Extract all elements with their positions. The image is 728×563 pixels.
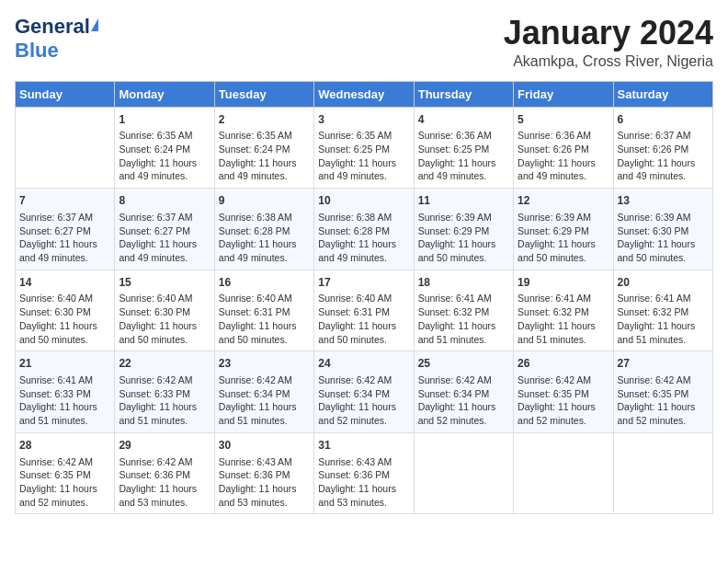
sunset-text: Sunset: 6:32 PM [518, 305, 609, 319]
header-row: Sunday Monday Tuesday Wednesday Thursday… [16, 81, 713, 107]
sunset-text: Sunset: 6:30 PM [119, 305, 210, 319]
sunrise-text: Sunrise: 6:42 AM [119, 455, 210, 469]
logo-text: General [15, 15, 98, 39]
daylight-text: Daylight: 11 hours and 51 minutes. [418, 319, 509, 346]
calendar-cell: 15Sunrise: 6:40 AMSunset: 6:30 PMDayligh… [115, 270, 214, 351]
col-saturday: Saturday [613, 81, 712, 107]
daylight-text: Daylight: 11 hours and 49 minutes. [219, 237, 310, 264]
sunset-text: Sunset: 6:30 PM [19, 305, 110, 319]
calendar-week-row: 21Sunrise: 6:41 AMSunset: 6:33 PMDayligh… [16, 351, 713, 433]
sunset-text: Sunset: 6:35 PM [618, 387, 709, 401]
sunset-text: Sunset: 6:31 PM [318, 305, 409, 319]
day-number: 9 [219, 193, 310, 209]
day-number: 11 [418, 193, 509, 209]
daylight-text: Daylight: 11 hours and 49 minutes. [219, 156, 310, 183]
daylight-text: Daylight: 11 hours and 53 minutes. [119, 482, 210, 509]
day-number: 27 [618, 356, 709, 372]
calendar-cell: 25Sunrise: 6:42 AMSunset: 6:34 PMDayligh… [414, 351, 513, 433]
calendar-cell: 4Sunrise: 6:36 AMSunset: 6:25 PMDaylight… [414, 107, 513, 189]
daylight-text: Daylight: 11 hours and 52 minutes. [19, 482, 110, 509]
sunrise-text: Sunrise: 6:40 AM [318, 292, 409, 305]
day-number: 22 [119, 356, 210, 372]
day-number: 1 [119, 112, 210, 128]
calendar-cell: 1Sunrise: 6:35 AMSunset: 6:24 PMDaylight… [115, 107, 214, 189]
sunrise-text: Sunrise: 6:42 AM [119, 373, 210, 387]
calendar-cell [16, 107, 115, 189]
day-number: 15 [119, 275, 210, 291]
daylight-text: Daylight: 11 hours and 52 minutes. [418, 400, 509, 427]
sunset-text: Sunset: 6:25 PM [418, 143, 509, 156]
sunset-text: Sunset: 6:35 PM [19, 468, 110, 482]
sunset-text: Sunset: 6:24 PM [119, 143, 210, 156]
daylight-text: Daylight: 11 hours and 49 minutes. [518, 156, 609, 183]
calendar-header: Sunday Monday Tuesday Wednesday Thursday… [16, 81, 713, 107]
daylight-text: Daylight: 11 hours and 49 minutes. [119, 237, 210, 264]
sunrise-text: Sunrise: 6:39 AM [418, 211, 509, 224]
col-wednesday: Wednesday [314, 81, 414, 107]
calendar-cell: 11Sunrise: 6:39 AMSunset: 6:29 PMDayligh… [414, 189, 513, 270]
sunrise-text: Sunrise: 6:42 AM [19, 455, 110, 469]
day-number: 2 [219, 112, 310, 128]
sunset-text: Sunset: 6:28 PM [219, 224, 310, 238]
daylight-text: Daylight: 11 hours and 51 minutes. [618, 319, 709, 346]
daylight-text: Daylight: 11 hours and 50 minutes. [119, 319, 210, 346]
daylight-text: Daylight: 11 hours and 49 minutes. [119, 156, 210, 183]
sunset-text: Sunset: 6:36 PM [119, 468, 210, 482]
sunrise-text: Sunrise: 6:41 AM [618, 292, 709, 305]
sunset-text: Sunset: 6:26 PM [618, 143, 709, 156]
calendar-cell: 24Sunrise: 6:42 AMSunset: 6:34 PMDayligh… [314, 351, 414, 433]
calendar-cell: 9Sunrise: 6:38 AMSunset: 6:28 PMDaylight… [214, 189, 313, 270]
sunset-text: Sunset: 6:36 PM [318, 468, 409, 482]
calendar-cell: 12Sunrise: 6:39 AMSunset: 6:29 PMDayligh… [514, 189, 613, 270]
day-number: 26 [518, 356, 609, 372]
daylight-text: Daylight: 11 hours and 52 minutes. [318, 400, 409, 427]
sunset-text: Sunset: 6:29 PM [518, 224, 609, 238]
sunrise-text: Sunrise: 6:39 AM [618, 211, 709, 224]
calendar-cell: 18Sunrise: 6:41 AMSunset: 6:32 PMDayligh… [414, 270, 513, 351]
day-number: 16 [219, 275, 310, 291]
sunset-text: Sunset: 6:34 PM [318, 387, 409, 401]
sunrise-text: Sunrise: 6:42 AM [318, 373, 409, 387]
logo: General Blue [15, 15, 98, 63]
calendar-cell: 5Sunrise: 6:36 AMSunset: 6:26 PMDaylight… [514, 107, 613, 189]
sunset-text: Sunset: 6:36 PM [219, 468, 310, 482]
daylight-text: Daylight: 11 hours and 52 minutes. [518, 400, 609, 427]
day-number: 19 [518, 275, 609, 291]
calendar-week-row: 1Sunrise: 6:35 AMSunset: 6:24 PMDaylight… [16, 107, 713, 189]
calendar-cell: 6Sunrise: 6:37 AMSunset: 6:26 PMDaylight… [613, 107, 712, 189]
sunset-text: Sunset: 6:31 PM [219, 305, 310, 319]
day-number: 4 [418, 112, 509, 128]
daylight-text: Daylight: 11 hours and 50 minutes. [418, 237, 509, 264]
sunset-text: Sunset: 6:32 PM [418, 305, 509, 319]
calendar-cell: 22Sunrise: 6:42 AMSunset: 6:33 PMDayligh… [115, 351, 214, 433]
calendar-cell [414, 432, 513, 514]
day-number: 13 [618, 193, 709, 209]
sunrise-text: Sunrise: 6:40 AM [19, 292, 110, 305]
calendar-cell: 31Sunrise: 6:43 AMSunset: 6:36 PMDayligh… [314, 432, 414, 514]
calendar-cell: 16Sunrise: 6:40 AMSunset: 6:31 PMDayligh… [214, 270, 313, 351]
daylight-text: Daylight: 11 hours and 50 minutes. [219, 319, 310, 346]
sunrise-text: Sunrise: 6:37 AM [119, 211, 210, 224]
sunrise-text: Sunrise: 6:42 AM [418, 373, 509, 387]
col-tuesday: Tuesday [214, 81, 313, 107]
calendar-cell: 26Sunrise: 6:42 AMSunset: 6:35 PMDayligh… [514, 351, 613, 433]
sunrise-text: Sunrise: 6:35 AM [119, 129, 210, 143]
day-number: 29 [119, 438, 210, 454]
sunset-text: Sunset: 6:29 PM [418, 224, 509, 238]
calendar-cell [514, 432, 613, 514]
sunset-text: Sunset: 6:33 PM [19, 387, 110, 401]
day-number: 14 [19, 275, 110, 291]
sunset-text: Sunset: 6:24 PM [219, 143, 310, 156]
sunrise-text: Sunrise: 6:36 AM [418, 129, 509, 143]
col-friday: Friday [514, 81, 613, 107]
calendar-cell: 29Sunrise: 6:42 AMSunset: 6:36 PMDayligh… [115, 432, 214, 514]
sunset-text: Sunset: 6:32 PM [618, 305, 709, 319]
calendar-cell: 17Sunrise: 6:40 AMSunset: 6:31 PMDayligh… [314, 270, 414, 351]
page-header: General Blue January 2024 Akamkpa, Cross… [15, 15, 713, 70]
daylight-text: Daylight: 11 hours and 49 minutes. [418, 156, 509, 183]
calendar-table: Sunday Monday Tuesday Wednesday Thursday… [15, 81, 713, 515]
col-monday: Monday [115, 81, 214, 107]
sunrise-text: Sunrise: 6:38 AM [318, 211, 409, 224]
calendar-cell: 21Sunrise: 6:41 AMSunset: 6:33 PMDayligh… [16, 351, 115, 433]
day-number: 5 [518, 112, 609, 128]
